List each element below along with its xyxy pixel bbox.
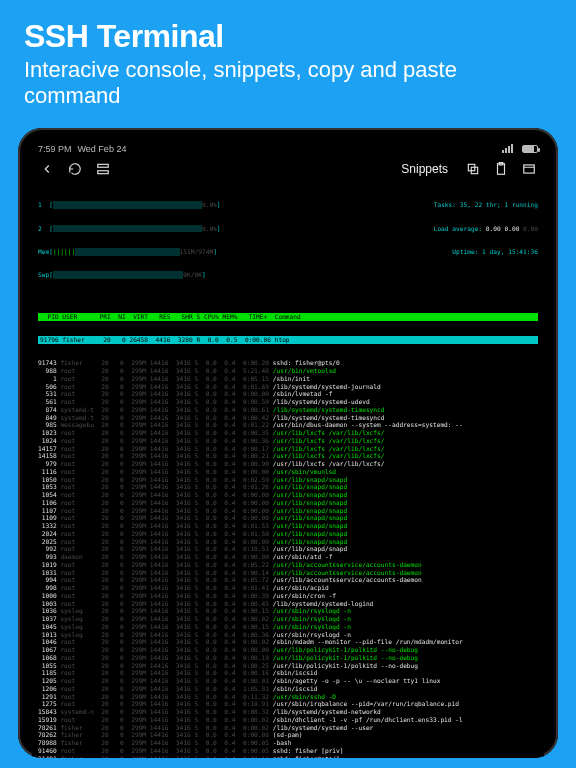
selected-row[interactable]: 91796 fisher 20 0 26458 4416 3280 R 0.0 … xyxy=(38,336,538,344)
table-row[interactable]: 1116 root 20 0 299M 14416 3416 S 0.0 0.4… xyxy=(38,468,538,476)
promo-subtitle: Interacive console, snippets, copy and p… xyxy=(24,57,552,110)
table-row[interactable]: 993 daemon 20 0 299M 14416 3416 S 0.0 0.… xyxy=(38,553,538,561)
battery-icon xyxy=(522,145,538,153)
table-row[interactable]: 91743 fisher 20 0 299M 14416 3416 S 0.0 … xyxy=(38,359,538,367)
table-row[interactable]: 1046 root 20 0 299M 14416 3416 S 0.0 0.4… xyxy=(38,638,538,646)
snippets-button[interactable]: Snippets xyxy=(401,162,448,176)
table-row[interactable]: 78262 fisher 20 0 299M 14416 3416 S 0.0 … xyxy=(38,731,538,739)
table-row[interactable]: 1031 root 20 0 299M 14416 3416 S 0.0 0.4… xyxy=(38,569,538,577)
table-row[interactable]: 994 root 20 0 299M 14416 3416 S 0.0 0.4 … xyxy=(38,576,538,584)
uptime-line: Uptime: 1 day, 15:41:36 xyxy=(452,248,538,256)
app-toolbar: Snippets xyxy=(32,156,544,182)
table-row[interactable]: 1106 root 20 0 299M 14416 3416 S 0.0 0.4… xyxy=(38,499,538,507)
table-row[interactable]: 1050 root 20 0 299M 14416 3416 S 0.0 0.4… xyxy=(38,476,538,484)
table-row[interactable]: 1109 root 20 0 299M 14416 3416 S 0.0 0.4… xyxy=(38,514,538,522)
cpu2-pct: 0.0% xyxy=(202,225,217,232)
table-row[interactable]: 1053 root 20 0 299M 14416 3416 S 0.0 0.4… xyxy=(38,483,538,491)
promo-title: SSH Terminal xyxy=(24,18,552,55)
table-row[interactable]: 1000 root 20 0 299M 14416 3416 S 0.0 0.4… xyxy=(38,592,538,600)
table-row[interactable]: 531 root 20 0 299M 14416 3416 S 0.0 0.4 … xyxy=(38,390,538,398)
table-row[interactable]: 1037 syslog 20 0 299M 14416 3416 S 0.0 0… xyxy=(38,615,538,623)
cpu1-label: 1 xyxy=(38,201,42,208)
table-row[interactable]: 1067 root 20 0 299M 14416 3416 S 0.0 0.4… xyxy=(38,646,538,654)
status-bar: 7:59 PM Wed Feb 24 xyxy=(32,142,544,156)
table-row[interactable]: 1275 root 20 0 299M 14416 3416 S 0.0 0.4… xyxy=(38,700,538,708)
table-row[interactable]: 1019 root 20 0 299M 14416 3416 S 0.0 0.4… xyxy=(38,561,538,569)
table-row[interactable]: 1024 root 20 0 299M 14416 3416 S 0.0 0.4… xyxy=(38,437,538,445)
status-time: 7:59 PM xyxy=(38,144,72,154)
mem-val: 151M/974M xyxy=(180,248,214,255)
paste-icon[interactable] xyxy=(494,162,508,176)
table-row[interactable]: 15843 systemd-n 20 0 299M 14416 3416 S 0… xyxy=(38,708,538,716)
table-row[interactable]: 91460 root 20 0 299M 14416 3416 S 0.0 0.… xyxy=(38,747,538,755)
table-row[interactable]: 1291 root 20 0 299M 14416 3416 S 0.0 0.4… xyxy=(38,693,538,701)
table-row[interactable]: 1068 root 20 0 299M 14416 3416 S 0.0 0.4… xyxy=(38,654,538,662)
window-icon[interactable] xyxy=(522,162,536,176)
table-row[interactable]: 78261 fisher 20 0 299M 14416 3416 S 0.0 … xyxy=(38,724,538,732)
table-row[interactable]: 988 root 20 0 299M 14416 3416 S 0.0 0.4 … xyxy=(38,367,538,375)
tasks-line: Tasks: 35, 22 thr; 1 running xyxy=(434,201,538,209)
hosts-icon[interactable] xyxy=(96,162,110,176)
table-row[interactable]: 1023 root 20 0 299M 14416 3416 S 0.0 0.4… xyxy=(38,429,538,437)
table-row[interactable]: 998 root 20 0 299M 14416 3416 S 0.0 0.4 … xyxy=(38,584,538,592)
table-row[interactable]: 985 messagebu 20 0 299M 14416 3416 S 0.0… xyxy=(38,421,538,429)
status-date: Wed Feb 24 xyxy=(78,144,127,154)
table-row[interactable]: 1045 syslog 20 0 299M 14416 3416 S 0.0 0… xyxy=(38,623,538,631)
table-row[interactable]: 506 root 20 0 299M 14416 3416 S 0.0 0.4 … xyxy=(38,383,538,391)
table-row[interactable]: 1036 syslog 20 0 299M 14416 3416 S 0.0 0… xyxy=(38,607,538,615)
table-row[interactable]: 1055 root 20 0 299M 14416 3416 S 0.0 0.4… xyxy=(38,662,538,670)
wifi-icon xyxy=(502,144,516,153)
table-row[interactable]: 1185 root 20 0 299M 14416 3416 S 0.0 0.4… xyxy=(38,669,538,677)
table-row[interactable]: 1107 root 20 0 299M 14416 3416 S 0.0 0.4… xyxy=(38,507,538,515)
tablet-frame: 7:59 PM Wed Feb 24 Snippets 1 [ xyxy=(18,128,558,758)
column-header: PID USER PRI NI VIRT RES SHR S CPU% MEM%… xyxy=(38,313,538,321)
table-row[interactable]: 78988 fisher 20 0 299M 14416 3416 S 0.0 … xyxy=(38,739,538,747)
table-row[interactable]: 849 systemd-t 20 0 299M 14416 3416 S 0.0… xyxy=(38,414,538,422)
mem-label: Mem xyxy=(38,248,49,255)
reload-icon[interactable] xyxy=(68,162,82,176)
table-row[interactable]: 2024 root 20 0 299M 14416 3416 S 0.0 0.4… xyxy=(38,530,538,538)
svg-rect-6 xyxy=(524,165,535,173)
table-row[interactable]: 2025 root 20 0 299M 14416 3416 S 0.0 0.4… xyxy=(38,538,538,546)
table-row[interactable]: 1 root 20 0 299M 14416 3416 S 0.0 0.4 0:… xyxy=(38,375,538,383)
table-row[interactable]: 1013 syslog 20 0 299M 14416 3416 S 0.0 0… xyxy=(38,631,538,639)
copy-icon[interactable] xyxy=(466,162,480,176)
table-row[interactable]: 1332 root 20 0 299M 14416 3416 S 0.0 0.4… xyxy=(38,522,538,530)
table-row[interactable]: 1054 root 20 0 299M 14416 3416 S 0.0 0.4… xyxy=(38,491,538,499)
swp-val: 0K/0K xyxy=(183,271,202,278)
table-row[interactable]: 1003 root 20 0 299M 14416 3416 S 0.0 0.4… xyxy=(38,600,538,608)
table-row[interactable]: 561 root 20 0 299M 14416 3416 S 0.0 0.4 … xyxy=(38,398,538,406)
cpu1-pct: 0.0% xyxy=(202,201,217,208)
terminal-output[interactable]: 1 [ 0.0%] Tasks: 35, 22 thr; 1 running 2… xyxy=(32,182,544,758)
table-row[interactable]: 91491 fisher 20 0 299M 14416 3416 S 0.0 … xyxy=(38,755,538,758)
svg-rect-1 xyxy=(98,171,109,174)
cpu2-label: 2 xyxy=(38,225,42,232)
table-row[interactable]: 14158 root 20 0 299M 14416 3416 S 0.0 0.… xyxy=(38,452,538,460)
table-row[interactable]: 15919 root 20 0 299M 14416 3416 S 0.0 0.… xyxy=(38,716,538,724)
swp-label: Swp xyxy=(38,271,49,278)
process-list[interactable]: 91743 fisher 20 0 299M 14416 3416 S 0.0 … xyxy=(38,359,538,758)
table-row[interactable]: 874 systemd-t 20 0 299M 14416 3416 S 0.0… xyxy=(38,406,538,414)
table-row[interactable]: 14157 root 20 0 299M 14416 3416 S 0.0 0.… xyxy=(38,445,538,453)
table-row[interactable]: 1206 root 20 0 299M 14416 3416 S 0.0 0.4… xyxy=(38,685,538,693)
svg-rect-0 xyxy=(98,164,109,167)
table-row[interactable]: 992 root 20 0 299M 14416 3416 S 0.0 0.4 … xyxy=(38,545,538,553)
back-icon[interactable] xyxy=(40,162,54,176)
table-row[interactable]: 979 root 20 0 299M 14416 3416 S 0.0 0.4 … xyxy=(38,460,538,468)
table-row[interactable]: 1205 root 20 0 299M 14416 3416 S 0.0 0.4… xyxy=(38,677,538,685)
